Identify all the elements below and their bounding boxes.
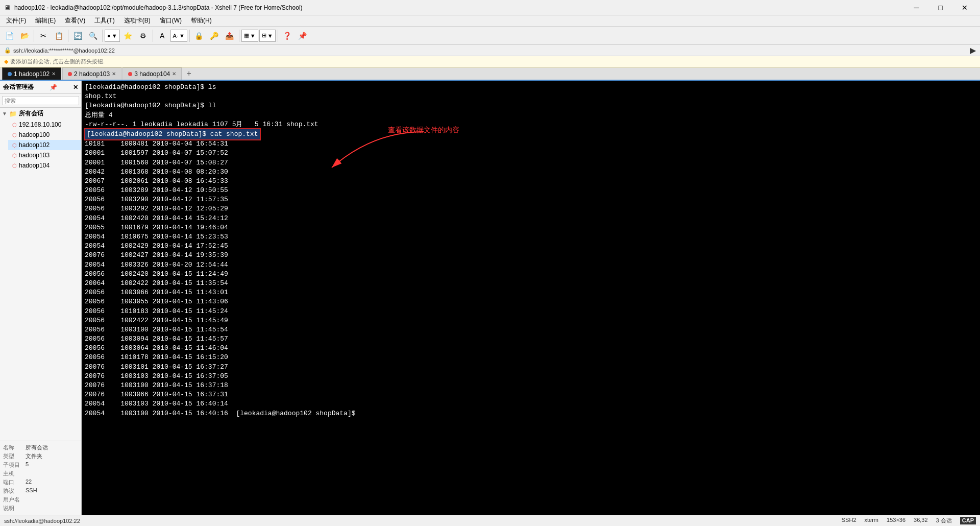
sidebar-item-hadoop104[interactable]: ⬡ hadoop104 [8,160,81,171]
term-line-1: [leokadia@hadoop102 shopData]$ ls [85,83,977,92]
sidebar-search-input[interactable] [2,96,79,105]
term-line-22: 20056 1003066 2010-04-15 11:43:01 [85,288,977,297]
info-label-port: 端口 [3,479,23,486]
term-line-30: 20076 1003101 2010-04-15 16:37:27 [85,363,977,372]
term-line-8: 20001 1001560 2010-04-07 15:08:27 [85,158,977,168]
info-value-name: 所有会话 [26,444,48,451]
menu-item-e[interactable]: 编辑(E) [31,15,60,26]
host-icon-4: ⬡ [12,153,17,158]
layout-dropdown[interactable]: ⊞ ▼ [259,30,276,42]
term-line-21: 20064 1002422 2010-04-15 11:35:54 [85,279,977,288]
sidebar-tree: ▼ 📁 所有会话 ⬡ 192.168.10.100 ⬡ hadoop100 ⬡ … [0,108,81,441]
sidebar-close-icon[interactable]: ✕ [73,84,78,91]
status-pos: 36,32 [914,517,928,524]
key-button[interactable]: 🔑 [207,29,222,43]
menu-item-b[interactable]: 选项卡(B) [120,15,155,26]
maximize-button[interactable]: □ [929,0,952,15]
toolbar-separator-6 [239,30,239,42]
term-line-17: 20054 1002429 2010-04-14 17:52:45 [85,242,977,251]
sidebar-item-label: hadoop100 [19,131,50,138]
info-row-name: 名称 所有会话 [3,443,78,452]
terminal-content[interactable]: [leokadia@hadoop102 shopData]$ ls shop.t… [82,81,980,515]
tab-close-3[interactable]: ✕ [172,71,176,77]
app-icon: 🖥 [4,4,11,12]
host-icon-3: ⬡ [12,142,17,148]
tab-close-1[interactable]: ✕ [52,71,56,77]
copy-button[interactable]: 📋 [52,29,66,43]
tab-2[interactable]: 2 hadoop103✕ [62,67,121,80]
term-line-11: 20056 1003289 2010-04-12 10:50:55 [85,186,977,195]
info-value-protocol: SSH [26,487,37,495]
term-line-23: 20056 1003055 2010-04-15 11:43:06 [85,297,977,306]
menu-item-w[interactable]: 窗口(W) [156,15,186,26]
menubar: 文件(F)编辑(E)查看(V)工具(T)选项卡(B)窗口(W)帮助(H) [0,15,980,27]
tree-root-label: 所有会话 [19,109,43,118]
info-value-port: 22 [26,479,32,486]
close-button[interactable]: ✕ [953,0,976,15]
menu-item-f[interactable]: 文件(F) [2,15,30,26]
tab-3[interactable]: 3 hadoop104✕ [122,67,182,80]
chevron-down-icon: ▼ [112,33,117,39]
status-ssh-url: ssh://leokadia@hadoop102:22 [4,518,80,524]
info-value-child: 5 [26,461,29,469]
sidebar-item-192[interactable]: ⬡ 192.168.10.100 [8,119,81,130]
info-row-port: 端口 22 [3,478,78,487]
sidebar-item-label: 192.168.10.100 [19,121,61,128]
sidebar: 会话管理器 📌 ✕ ▼ 📁 所有会话 ⬡ 192.168.10.100 ⬡ ha… [0,81,82,515]
open-button[interactable]: 📂 [17,29,32,43]
term-line-15: 20055 1001679 2010-04-14 19:46:04 [85,223,977,232]
font-size-dropdown[interactable]: A· ▼ [170,30,187,42]
settings-button[interactable]: ⚙ [136,29,151,43]
terminal[interactable]: [leokadia@hadoop102 shopData]$ ls shop.t… [82,81,980,515]
view-dropdown[interactable]: ▦ ▼ [241,30,258,42]
info-label-type: 类型 [3,452,23,460]
toolbar-separator-1 [34,30,34,42]
tab-close-2[interactable]: ✕ [112,71,116,77]
menu-item-t[interactable]: 工具(T) [90,15,118,26]
sidebar-item-label: hadoop103 [19,152,50,159]
refresh-button[interactable]: 🔄 [70,29,85,43]
status-sessions: 3 会话 [936,517,952,524]
term-line-27: 20056 1003094 2010-04-15 11:45:57 [85,334,977,344]
sidebar-pin-icon[interactable]: 📌 [50,84,57,91]
tab-add-button[interactable]: + [183,67,195,80]
sidebar-item-hadoop100[interactable]: ⬡ hadoop100 [8,130,81,140]
chevron-down-icon-2: ▼ [179,33,185,39]
toolbar-separator-3 [102,30,103,42]
tab-label-2: 2 hadoop103 [74,70,110,78]
tab-dot-3 [128,72,132,76]
extra-button[interactable]: 📌 [296,29,310,43]
annotation-arrow [322,127,424,188]
ssh-address: ssh://leokadia:***********@hadoop102:22 [13,47,115,54]
lock-button[interactable]: 🔒 [192,29,206,43]
bookmark-button[interactable]: ⭐ [121,29,135,43]
tab-label-3: 3 hadoop104 [134,70,170,78]
new-session-button[interactable]: 📄 [2,29,16,43]
help-button[interactable]: ❓ [280,29,295,43]
host-icon-2: ⬡ [12,132,17,138]
sidebar-title: 会话管理器 [3,83,34,91]
titlebar: 🖥 hadoop102 - leokadia@hadoop102:/opt/mo… [0,0,980,15]
tab-1[interactable]: 1 hadoop102✕ [2,67,61,80]
minimize-button[interactable]: ─ [905,0,928,15]
info-row-host: 主机 [3,469,78,478]
scheme-dropdown[interactable]: ● ▼ [105,30,120,42]
expand-button[interactable]: ▶ [970,45,976,55]
tree-root[interactable]: ▼ 📁 所有会话 [0,108,81,119]
term-line-7: 20001 1001597 2010-04-07 15:07:52 [85,149,977,158]
menu-item-v[interactable]: 查看(V) [61,15,89,26]
view-label: ▦ [244,32,249,39]
info-row-user: 用户名 [3,495,78,504]
font-button[interactable]: A [155,29,169,43]
host-icon-1: ⬡ [12,122,17,128]
search-button[interactable]: 🔍 [86,29,100,43]
menu-item-h[interactable]: 帮助(H) [187,15,216,26]
cut-button[interactable]: ✂ [36,29,51,43]
sidebar-item-hadoop102[interactable]: ⬡ hadoop102 [8,140,81,150]
term-line-24: 20056 1010183 2010-04-15 11:45:24 [85,307,977,316]
toolbar-separator-4 [153,30,153,42]
sidebar-item-hadoop103[interactable]: ⬡ hadoop103 [8,150,81,160]
transfer-button[interactable]: 📤 [223,29,237,43]
term-line-16: 20054 1010675 2010-04-14 15:23:53 [85,232,977,242]
sidebar-header: 会话管理器 📌 ✕ [0,81,81,94]
